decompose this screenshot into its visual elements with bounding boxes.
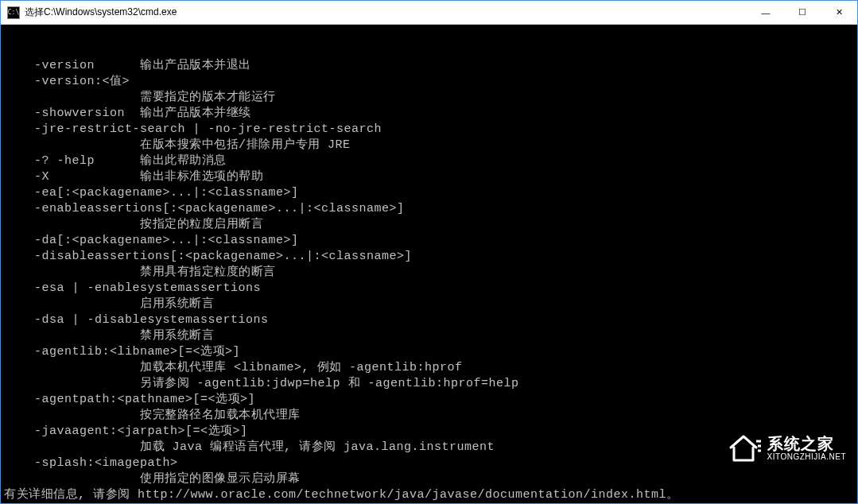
- terminal-line: -showversion 输出产品版本并继续: [4, 106, 854, 122]
- terminal-line: 启用系统断言: [4, 297, 854, 312]
- terminal-line: 在版本搜索中包括/排除用户专用 JRE: [4, 138, 854, 153]
- window-title: 选择C:\Windows\system32\cmd.exe: [25, 6, 747, 19]
- terminal-line: -disableassertions[:<packagename>...|:<c…: [4, 249, 854, 265]
- terminal-line: 禁用系统断言: [4, 328, 854, 344]
- terminal-area[interactable]: -version 输出产品版本并退出 -version:<值> 需要指定的版本才…: [1, 25, 857, 503]
- house-icon: [726, 400, 761, 495]
- watermark: 系统之家 XITONGZHIJIA.NET: [726, 400, 847, 495]
- terminal-line: 加载本机代理库 <libname>, 例如 -agentlib:hprof: [4, 360, 854, 376]
- terminal-line: -? -help 输出此帮助消息: [4, 153, 854, 169]
- terminal-line: 另请参阅 -agentlib:jdwp=help 和 -agentlib:hpr…: [4, 376, 854, 392]
- terminal-line: -dsa | -disablesystemassertions: [4, 312, 854, 328]
- terminal-line: -ea[:<packagename>...|:<classname>]: [4, 185, 854, 201]
- terminal-line: -esa | -enablesystemassertions: [4, 281, 854, 297]
- terminal-line: 需要指定的版本才能运行: [4, 90, 854, 106]
- terminal-line: -X 输出非标准选项的帮助: [4, 169, 854, 185]
- watermark-title: 系统之家: [767, 435, 847, 452]
- terminal-line: -enableassertions[:<packagename>...|:<cl…: [4, 201, 854, 217]
- terminal-line: -jre-restrict-search | -no-jre-restrict-…: [4, 122, 854, 138]
- titlebar[interactable]: C:\ 选择C:\Windows\system32\cmd.exe — ☐ ✕: [1, 1, 857, 25]
- app-icon: C:\: [7, 6, 20, 19]
- terminal-line: 按指定的粒度启用断言: [4, 217, 854, 233]
- cmd-window: C:\ 选择C:\Windows\system32\cmd.exe — ☐ ✕ …: [0, 0, 858, 504]
- window-controls: — ☐ ✕: [747, 1, 857, 24]
- close-button[interactable]: ✕: [821, 1, 857, 24]
- terminal-line: -agentlib:<libname>[=<选项>]: [4, 344, 854, 360]
- maximize-button[interactable]: ☐: [784, 1, 821, 24]
- terminal-line: -version:<值>: [4, 74, 854, 90]
- terminal-line: -version 输出产品版本并退出: [4, 58, 854, 74]
- terminal-line: -da[:<packagename>...|:<classname>]: [4, 233, 854, 249]
- watermark-subtitle: XITONGZHIJIA.NET: [767, 452, 847, 461]
- app-icon-text: C:\: [8, 10, 19, 16]
- minimize-button[interactable]: —: [747, 1, 784, 24]
- terminal-line: 禁用具有指定粒度的断言: [4, 265, 854, 281]
